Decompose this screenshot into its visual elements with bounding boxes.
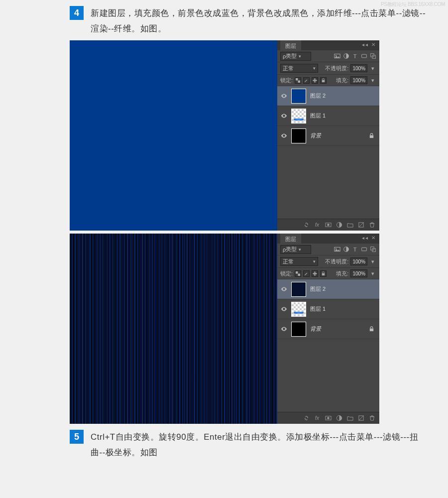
svg-rect-8 [322,80,325,82]
lock-row: 锁定: 填充: 100% ▾ [277,267,379,279]
lock-move-icon[interactable] [312,77,318,84]
svg-point-1 [335,55,336,56]
opacity-label: 不透明度: [325,65,348,72]
filter-text-icon[interactable]: T [351,53,358,60]
fx-icon[interactable]: fx [314,415,321,422]
layer-1-row[interactable]: 图层 1 [277,106,379,126]
visibility-icon[interactable] [277,287,290,291]
fill-chevron-icon[interactable]: ▾ [369,270,376,277]
svg-rect-23 [370,328,373,331]
filter-image-icon[interactable] [334,246,340,253]
visibility-icon[interactable] [277,94,290,98]
lock-row: 锁定: 填充: 100% ▾ [277,74,379,86]
filter-shape-icon[interactable] [360,53,367,60]
filter-kind-select[interactable]: ρ 类型 [280,245,311,254]
filter-text-icon[interactable]: T [351,246,358,253]
svg-point-25 [327,417,330,419]
link-icon[interactable] [303,222,310,229]
trash-icon[interactable] [368,415,375,422]
filter-row: ρ 类型 T [277,50,379,62]
opacity-value[interactable]: 100% [350,64,367,72]
filter-smart-icon[interactable] [369,246,376,253]
lock-all-icon[interactable] [320,270,327,277]
new-layer-icon[interactable] [357,415,364,422]
lock-paint-icon[interactable] [303,77,310,84]
svg-rect-6 [296,78,298,81]
trash-icon[interactable] [368,222,375,229]
visibility-icon[interactable] [277,114,290,118]
layer-bg-thumb [291,128,306,143]
lock-paint-icon[interactable] [303,270,310,277]
layer-2-name: 图层 2 [310,92,326,100]
canvas-solid-blue [70,40,277,231]
filter-kind-select[interactable]: ρ 类型 [280,52,311,61]
layer-1-row[interactable]: 图层 1 [277,299,379,319]
group-icon[interactable] [346,222,353,229]
layers-tab[interactable]: 图层 [280,234,301,244]
layers-list: 图层 2 图层 1 背景 [277,279,379,412]
opacity-chevron-icon[interactable]: ▾ [369,65,376,72]
layer-1-thumb [291,302,306,317]
lock-icon [369,325,374,334]
lock-move-icon[interactable] [312,270,318,277]
layer-bg-thumb [291,322,306,337]
filter-smart-icon[interactable] [369,53,376,60]
figure-step4-after: 图层 ◂◂ ✕ ρ 类型 T 正常 不透明度: 100% ▾ 锁定: 填 [70,234,379,424]
fill-value[interactable]: 100% [350,76,367,84]
svg-rect-20 [296,271,298,274]
canvas-fiber [70,234,277,424]
filter-adjust-icon[interactable] [342,53,349,60]
step-5-text: Ctrl+T自由变换。旋转90度。Enter退出自由变换。添加极坐标---点击菜… [91,430,428,460]
step-5: 5 Ctrl+T自由变换。旋转90度。Enter退出自由变换。添加极坐标---点… [70,430,428,460]
blend-mode-select[interactable]: 正常 [280,257,318,266]
svg-rect-22 [322,273,325,275]
layer-bg-row[interactable]: 背景 [277,126,379,146]
layer-1-thumb [291,109,306,124]
layers-footer: fx [277,219,379,231]
filter-image-icon[interactable] [334,53,340,60]
lock-icon [369,131,374,140]
filter-shape-icon[interactable] [360,246,367,253]
panel-window-controls[interactable]: ◂◂ ✕ [362,235,376,241]
fill-value[interactable]: 100% [350,269,367,277]
adjustment-icon[interactable] [336,222,342,229]
layer-2-name: 图层 2 [310,285,326,293]
layers-panel-2: 图层 ◂◂ ✕ ρ 类型 T 正常 不透明度: 100% ▾ 锁定: 填 [277,234,379,424]
blend-row: 正常 不透明度: 100% ▾ [277,255,379,267]
layer-1-name: 图层 1 [310,305,326,313]
fx-icon[interactable]: fx [314,222,321,229]
blend-mode-select[interactable]: 正常 [280,64,318,73]
layers-tab[interactable]: 图层 [280,40,301,50]
visibility-icon[interactable] [277,327,290,331]
layer-bg-row[interactable]: 背景 [277,319,379,339]
fill-label: 填充: [336,77,348,84]
opacity-chevron-icon[interactable]: ▾ [369,258,376,265]
visibility-icon[interactable] [277,133,290,138]
fill-chevron-icon[interactable]: ▾ [369,77,376,84]
panel-window-controls[interactable]: ◂◂ ✕ [362,42,376,47]
lock-transparent-icon[interactable] [295,270,301,277]
adjustment-icon[interactable] [336,415,342,422]
layer-2-thumb [291,89,306,104]
step-4-text: 新建图层，填充颜色，前景色改成蓝色，背景色改成黑色，添加纤维---点击菜单--滤… [91,6,428,36]
svg-rect-17 [361,248,366,251]
new-layer-icon[interactable] [357,222,364,229]
panel-tabbar: 图层 ◂◂ ✕ [277,40,379,50]
lock-transparent-icon[interactable] [295,77,301,84]
link-icon[interactable] [303,415,310,422]
filter-icons: T [334,53,376,60]
filter-row: ρ 类型 T [277,244,379,255]
layer-2-row[interactable]: 图层 2 [277,86,379,106]
lock-all-icon[interactable] [320,77,327,84]
opacity-value[interactable]: 100% [350,257,367,265]
layer-2-row[interactable]: 图层 2 [277,279,379,299]
filter-adjust-icon[interactable] [342,246,349,253]
mask-icon[interactable] [325,222,332,229]
step-bullet-5: 5 [70,430,84,444]
group-icon[interactable] [346,415,353,422]
visibility-icon[interactable] [277,307,290,311]
mask-icon[interactable] [325,415,332,422]
layer-1-name: 图层 1 [310,112,326,120]
panel-tabbar: 图层 ◂◂ ✕ [277,234,379,244]
svg-rect-3 [361,54,366,58]
